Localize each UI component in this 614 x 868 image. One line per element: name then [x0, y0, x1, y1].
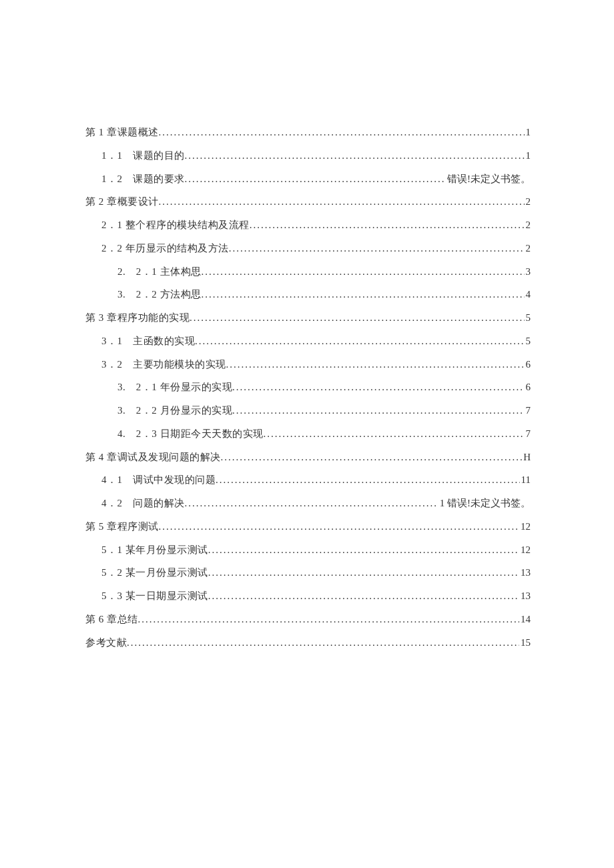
toc-leader-dots [229, 242, 525, 255]
toc-entry: 第 4 章调试及发现问题的解决H [85, 450, 531, 464]
toc-entry-page: 错误!未定义书签。 [446, 172, 531, 185]
toc-entry-label: 参考文献 [85, 636, 127, 649]
toc-entry-page: 2 [525, 195, 531, 208]
toc-entry: 3. 2．1 年份显示的实现6 [85, 380, 531, 394]
toc-leader-dots [159, 520, 520, 533]
toc-entry: 第 5 章程序测试 12 [85, 520, 531, 533]
toc-entry-label: 3．1 主函数的实现 [101, 334, 195, 348]
toc-leader-dots [264, 427, 525, 440]
toc-entry: 3. 2．2 月份显示的实现7 [85, 404, 531, 417]
toc-entry-page: 1 错误!未定义书签。 [438, 496, 531, 510]
toc-entry-page: 1 [525, 125, 531, 139]
toc-entry-page: 7 [525, 404, 531, 417]
toc-entry-page: 13 [519, 589, 531, 602]
toc-entry-page: 2 [525, 218, 531, 232]
toc-entry-page: 2 [525, 242, 531, 255]
toc-entry-page: 1 [525, 149, 531, 162]
toc-entry-label: 5．2 某一月份显示测试 [101, 566, 208, 579]
toc-entry-page: 6 [525, 380, 531, 394]
toc-entry: 1．1 课题的目的1 [85, 149, 531, 162]
table-of-contents: 第 1 章课题概述11．1 课题的目的11．2 课题的要求错误!未定义书签。第 … [85, 125, 531, 649]
toc-entry: 3. 2．2 方法构思4 [85, 288, 531, 301]
toc-entry-page: 11 [520, 473, 531, 486]
toc-entry: 3．1 主函数的实现5 [85, 334, 531, 348]
toc-entry-page: 5 [525, 311, 531, 324]
toc-leader-dots [202, 265, 525, 278]
toc-entry: 第 3 章程序功能的实现5 [85, 311, 531, 324]
toc-entry-label: 第 5 章程序测试 [85, 520, 159, 533]
toc-entry-page: 4 [525, 288, 531, 301]
toc-entry: 4．1 调试中发现的问题 11 [85, 473, 531, 486]
toc-entry-page: 12 [519, 543, 531, 556]
toc-entry-label: 第 3 章程序功能的实现 [85, 311, 190, 324]
toc-leader-dots [185, 149, 525, 162]
toc-entry: 2．1 整个程序的模块结构及流程2 [85, 218, 531, 232]
toc-leader-dots [232, 404, 525, 417]
toc-entry-label: 4. 2．3 日期距今天天数的实现 [117, 427, 264, 440]
toc-leader-dots [208, 589, 519, 602]
toc-entry: 5．1 某年月份显示测试12 [85, 543, 531, 556]
toc-entry: 1．2 课题的要求错误!未定义书签。 [85, 172, 531, 185]
toc-entry-page: 13 [519, 566, 531, 579]
toc-entry-label: 2. 2．1 主体构思 [117, 265, 202, 278]
toc-entry: 5．2 某一月份显示测试13 [85, 566, 531, 579]
toc-leader-dots [127, 636, 519, 649]
toc-leader-dots [216, 473, 520, 486]
toc-entry-label: 1．1 课题的目的 [101, 149, 185, 162]
toc-entry-label: 2．1 整个程序的模块结构及流程 [101, 218, 250, 232]
toc-entry: 第 1 章课题概述1 [85, 125, 531, 139]
toc-leader-dots [185, 172, 446, 185]
toc-entry: 5．3 某一日期显示测试13 [85, 589, 531, 602]
toc-entry-label: 第 6 章总结 [85, 612, 138, 626]
toc-leader-dots [159, 125, 525, 139]
toc-entry-page: H [522, 450, 531, 464]
toc-entry-label: 5．1 某年月份显示测试 [101, 543, 208, 556]
toc-entry-label: 第 1 章课题概述 [85, 125, 159, 139]
toc-leader-dots [232, 380, 525, 394]
toc-entry: 4．2 问题的解决1 错误!未定义书签。 [85, 496, 531, 510]
toc-entry: 4. 2．3 日期距今天天数的实现7 [85, 427, 531, 440]
toc-entry: 2．2 年历显示的结构及方法2 [85, 242, 531, 255]
toc-entry-page: 6 [525, 358, 531, 371]
toc-entry: 参考文献15 [85, 636, 531, 649]
toc-entry: 第 2 章概要设计2 [85, 195, 531, 208]
toc-entry-label: 4．2 问题的解决 [101, 496, 185, 510]
toc-entry: 2. 2．1 主体构思3 [85, 265, 531, 278]
toc-entry-label: 3. 2．2 月份显示的实现 [117, 404, 232, 417]
toc-entry-label: 3．2 主要功能模块的实现 [101, 358, 226, 371]
toc-entry-page: 15 [519, 636, 531, 649]
toc-entry-label: 4．1 调试中发现的问题 [101, 473, 216, 486]
toc-leader-dots [190, 311, 525, 324]
toc-entry-label: 2．2 年历显示的结构及方法 [101, 242, 229, 255]
toc-leader-dots [208, 566, 519, 579]
toc-leader-dots [159, 195, 525, 208]
toc-entry-label: 1．2 课题的要求 [101, 172, 185, 185]
toc-leader-dots [226, 358, 525, 371]
toc-entry-page: 5 [525, 334, 531, 348]
toc-entry: 第 6 章总结 14 [85, 612, 531, 626]
toc-entry-label: 第 2 章概要设计 [85, 195, 159, 208]
toc-entry: 3．2 主要功能模块的实现6 [85, 358, 531, 371]
toc-leader-dots [185, 496, 438, 510]
toc-leader-dots [250, 218, 525, 232]
toc-leader-dots [195, 334, 525, 348]
toc-leader-dots [208, 543, 519, 556]
toc-entry-label: 5．3 某一日期显示测试 [101, 589, 208, 602]
toc-entry-page: 12 [519, 520, 531, 533]
toc-entry-label: 3. 2．1 年份显示的实现 [117, 380, 232, 394]
toc-leader-dots [202, 288, 525, 301]
toc-entry-page: 14 [519, 612, 531, 626]
toc-leader-dots [221, 450, 523, 464]
toc-entry-label: 第 4 章调试及发现问题的解决 [85, 450, 221, 464]
toc-entry-label: 3. 2．2 方法构思 [117, 288, 202, 301]
toc-leader-dots [138, 612, 520, 626]
toc-entry-page: 7 [525, 427, 531, 440]
toc-entry-page: 3 [525, 265, 531, 278]
